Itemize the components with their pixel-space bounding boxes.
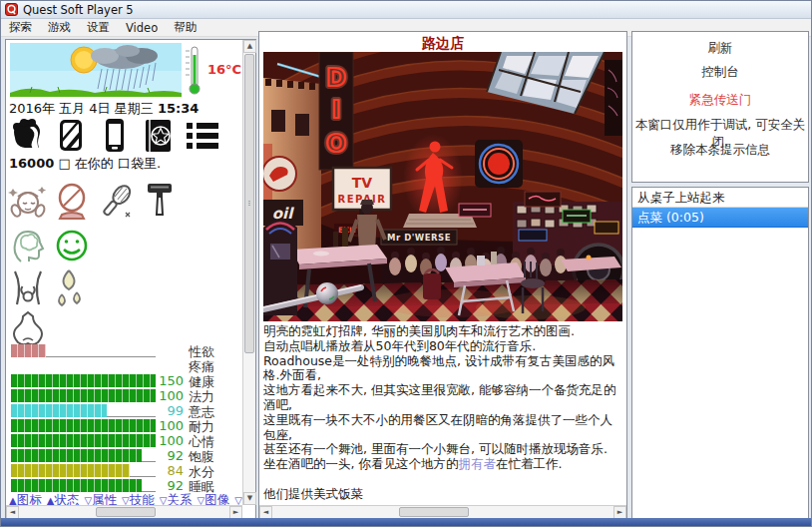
- tab-text[interactable]: ▽文本: [234, 492, 242, 505]
- left-horizontal-scrollbar[interactable]: ◄ ►: [6, 505, 242, 518]
- bust-icon: [8, 310, 48, 346]
- menu-help[interactable]: 帮助: [166, 19, 204, 36]
- razor-icon: [140, 181, 180, 221]
- refresh-link[interactable]: 刷新: [632, 40, 808, 57]
- vanity-mirror-icon: [52, 183, 92, 221]
- stats-panel: 16°C 2016年 五月 4日 星期三 15:34: [5, 39, 256, 519]
- left-vertical-scrollbar[interactable]: ▲ ▼: [242, 40, 255, 505]
- menu-game[interactable]: 游戏: [40, 19, 79, 36]
- main-text-panel: 路边店: [258, 31, 627, 519]
- debug-panel: 刷新 控制台 紧急传送门 本窗口仅用作于调试, 可安全关闭. 移除本条提示信息: [631, 31, 809, 183]
- tab-attributes[interactable]: ▽属性: [84, 492, 117, 505]
- smiley-face-icon: [52, 226, 92, 265]
- location-title: 路边店: [259, 35, 626, 53]
- app-icon: [5, 3, 18, 16]
- woman-profile-icon[interactable]: [8, 118, 46, 154]
- emergency-portal-link[interactable]: 紧急传送门: [632, 92, 808, 109]
- stat-row-mana: 100 法力: [6, 389, 242, 403]
- stat-row-stamina: 100 耐力: [6, 419, 242, 433]
- scroll-thumb[interactable]: [244, 54, 254, 353]
- hairbrush-icon: [96, 183, 136, 221]
- remove-hint-link[interactable]: 移除本条提示信息: [632, 142, 808, 159]
- location-description: 明亮的霓虹灯招牌, 华丽的美国肌肉车和流行艺术的图画. 自动点唱机播放着从50年…: [263, 324, 620, 502]
- money-amount: 16000: [9, 156, 54, 171]
- date-line: 2016年 五月 4日 星期三 15:34: [9, 100, 199, 118]
- tab-images[interactable]: ▽图像: [198, 492, 230, 505]
- scroll-thumb[interactable]: [96, 507, 156, 517]
- brain-head-icon: [8, 226, 48, 265]
- tab-skills[interactable]: ▽技能: [122, 492, 155, 505]
- water-drops-icon: [52, 268, 92, 308]
- action-stand-up[interactable]: 从桌子上站起来: [632, 188, 808, 208]
- tab-relations[interactable]: ▽关系: [160, 492, 193, 505]
- face-washing-icon: [8, 183, 48, 221]
- stat-row-pain: 疼痛: [6, 359, 242, 373]
- time-value: 15:34: [158, 101, 199, 116]
- stat-row-health: 150 健康: [6, 374, 242, 388]
- smartphone-icon[interactable]: [96, 118, 134, 154]
- hand-mirror-icon[interactable]: [52, 118, 90, 154]
- weather-widget: [10, 43, 205, 97]
- section-tabs: ▲图标▲状态▽属性▽技能▽关系▽图像▽文本: [9, 492, 242, 505]
- stat-row-hydration: 84 水分: [6, 464, 242, 478]
- action-order-food[interactable]: 点菜 (0:05): [632, 208, 808, 228]
- stat-row-sleep: 92 睡眠: [6, 479, 242, 493]
- stat-row-will: 99 意志: [6, 404, 242, 418]
- temperature-value: 16°C: [207, 62, 241, 77]
- owner-link[interactable]: 拥有者: [458, 456, 496, 471]
- location-photo: oil D I O D I O TV: [263, 52, 622, 321]
- menu-explore[interactable]: 探索: [1, 19, 40, 36]
- currency-symbol: □: [58, 156, 70, 171]
- actions-panel: 从桌子上站起来 点菜 (0:05): [631, 187, 809, 519]
- menu-settings[interactable]: 设置: [79, 19, 118, 36]
- spellbook-icon[interactable]: [140, 118, 178, 154]
- scroll-up-arrow[interactable]: ▲: [243, 40, 256, 53]
- tab-icons[interactable]: ▲图标: [9, 492, 42, 505]
- stat-row-mood: 100 心情: [6, 434, 242, 448]
- console-link[interactable]: 控制台: [632, 64, 808, 81]
- app-window: Quest Soft Player 5 探索 游戏 设置 Video 帮助: [0, 0, 812, 527]
- window-bottom-frame: [1, 518, 811, 526]
- money-line: 16000 □ 在你的 口袋里.: [9, 155, 161, 173]
- tab-status[interactable]: ▲状态: [47, 492, 80, 505]
- stat-row-lust: 性欲: [6, 344, 242, 358]
- hips-icon: [8, 268, 48, 308]
- window-title: Quest Soft Player 5: [23, 3, 134, 17]
- closing-line: 他们提供美式饭菜: [263, 487, 620, 502]
- stat-row-satiety: 92 饱腹: [6, 449, 242, 463]
- list-menu-icon[interactable]: [184, 120, 221, 152]
- menu-video[interactable]: Video: [118, 20, 166, 36]
- scroll-down-arrow[interactable]: ▼: [243, 492, 256, 505]
- scroll-thumb[interactable]: [399, 507, 469, 517]
- title-bar[interactable]: Quest Soft Player 5: [1, 1, 811, 19]
- center-horizontal-scrollbar[interactable]: ◄ ►: [259, 505, 626, 518]
